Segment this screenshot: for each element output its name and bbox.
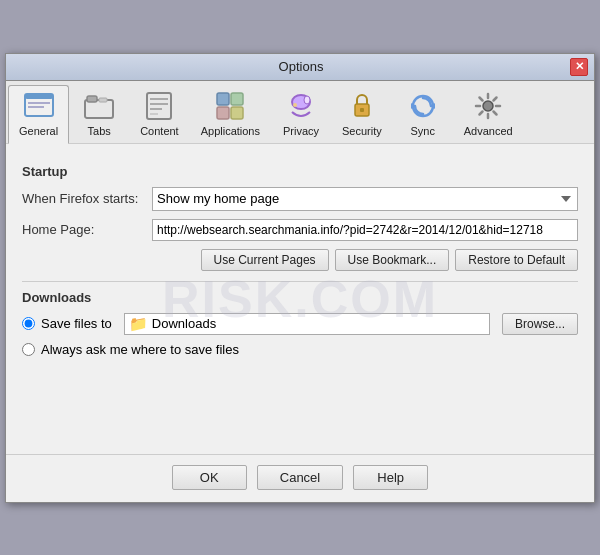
- always-ask-row: Always ask me where to save files: [22, 342, 578, 357]
- svg-rect-5: [87, 96, 97, 102]
- folder-icon: 📁: [129, 315, 148, 333]
- applications-icon: [214, 90, 246, 122]
- svg-point-24: [483, 101, 493, 111]
- svg-rect-20: [360, 108, 364, 112]
- home-page-row: Home Page:: [22, 219, 578, 241]
- tab-applications[interactable]: Applications: [190, 85, 271, 143]
- section-divider: [22, 281, 578, 282]
- toolbar: General Tabs: [6, 81, 594, 144]
- firefox-starts-select[interactable]: Show my home page: [152, 187, 578, 211]
- downloads-path-box: 📁 Downloads: [124, 313, 490, 335]
- startup-buttons: Use Current Pages Use Bookmark... Restor…: [22, 249, 578, 271]
- svg-line-31: [494, 97, 497, 100]
- svg-line-30: [494, 111, 497, 114]
- tabs-icon: [83, 90, 115, 122]
- downloads-section-label: Downloads: [22, 290, 578, 305]
- save-files-radio[interactable]: [22, 317, 35, 330]
- svg-rect-1: [25, 94, 53, 99]
- tab-tabs[interactable]: Tabs: [69, 85, 129, 143]
- svg-rect-11: [150, 113, 158, 115]
- help-button[interactable]: Help: [353, 465, 428, 490]
- use-bookmark-button[interactable]: Use Bookmark...: [335, 249, 450, 271]
- cancel-button[interactable]: Cancel: [257, 465, 343, 490]
- tab-content-label: Content: [140, 125, 179, 137]
- restore-to-default-button[interactable]: Restore to Default: [455, 249, 578, 271]
- close-button[interactable]: ✕: [570, 58, 588, 76]
- tab-privacy-label: Privacy: [283, 125, 319, 137]
- svg-rect-10: [150, 108, 162, 110]
- startup-section-label: Startup: [22, 164, 578, 179]
- general-icon: [23, 90, 55, 122]
- browse-button[interactable]: Browse...: [502, 313, 578, 335]
- svg-rect-8: [150, 98, 168, 100]
- tab-sync-label: Sync: [411, 125, 435, 137]
- window-title: Options: [32, 59, 570, 74]
- tab-general-label: General: [19, 125, 58, 137]
- svg-point-17: [304, 96, 310, 104]
- bottom-bar: OK Cancel Help: [6, 454, 594, 502]
- content-icon: [143, 90, 175, 122]
- svg-rect-2: [28, 102, 50, 104]
- tab-security[interactable]: Security: [331, 85, 393, 143]
- svg-rect-13: [231, 93, 243, 105]
- svg-rect-9: [150, 103, 168, 105]
- advanced-icon: [472, 90, 504, 122]
- save-files-row: Save files to 📁 Downloads Browse...: [22, 313, 578, 335]
- svg-point-18: [293, 103, 297, 107]
- home-page-input[interactable]: [152, 219, 578, 241]
- svg-rect-15: [231, 107, 243, 119]
- save-files-label: Save files to: [41, 316, 112, 331]
- svg-rect-7: [147, 93, 171, 119]
- tab-general[interactable]: General: [8, 85, 69, 144]
- tab-advanced[interactable]: Advanced: [453, 85, 524, 143]
- svg-line-32: [480, 111, 483, 114]
- title-bar: Options ✕: [6, 54, 594, 81]
- options-window: Options ✕ General: [5, 53, 595, 503]
- use-current-pages-button[interactable]: Use Current Pages: [201, 249, 329, 271]
- main-content: RISK.COM Startup When Firefox starts: Sh…: [6, 144, 594, 454]
- always-ask-label: Always ask me where to save files: [41, 342, 239, 357]
- tab-sync[interactable]: Sync: [393, 85, 453, 143]
- home-page-label: Home Page:: [22, 222, 152, 237]
- privacy-icon: [285, 90, 317, 122]
- sync-icon: [407, 90, 439, 122]
- tab-content[interactable]: Content: [129, 85, 190, 143]
- security-icon: [346, 90, 378, 122]
- firefox-starts-label: When Firefox starts:: [22, 191, 152, 206]
- ok-button[interactable]: OK: [172, 465, 247, 490]
- tab-applications-label: Applications: [201, 125, 260, 137]
- firefox-starts-row: When Firefox starts: Show my home page: [22, 187, 578, 211]
- tab-advanced-label: Advanced: [464, 125, 513, 137]
- downloads-path: Downloads: [152, 316, 216, 331]
- tab-privacy[interactable]: Privacy: [271, 85, 331, 143]
- svg-line-29: [480, 97, 483, 100]
- tab-tabs-label: Tabs: [88, 125, 111, 137]
- svg-rect-14: [217, 107, 229, 119]
- tab-security-label: Security: [342, 125, 382, 137]
- svg-rect-12: [217, 93, 229, 105]
- always-ask-radio[interactable]: [22, 343, 35, 356]
- svg-rect-6: [99, 98, 107, 102]
- svg-rect-3: [28, 106, 44, 108]
